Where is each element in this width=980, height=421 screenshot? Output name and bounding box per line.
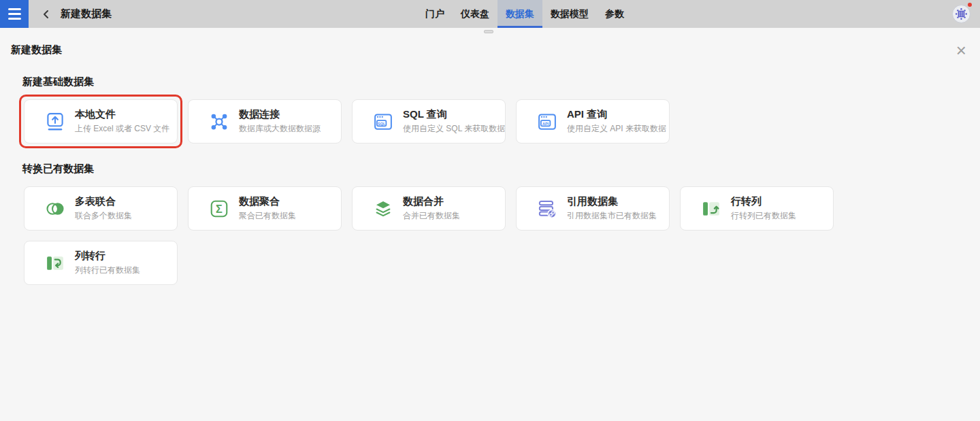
hamburger-menu-button[interactable]	[0, 0, 29, 28]
card-subtitle: 使用自定义 API 来获取数据	[567, 123, 666, 135]
card-local-file[interactable]: 本地文件 上传 Excel 或者 CSV 文件	[24, 99, 178, 144]
card-sql-query[interactable]: SQL SQL 查询 使用自定义 SQL 来获取数据	[352, 99, 506, 144]
card-subtitle: 联合多个数据集	[75, 210, 132, 222]
card-title: 本地文件	[75, 108, 169, 121]
account-avatar[interactable]	[952, 5, 970, 23]
card-title: 数据合并	[403, 195, 460, 208]
card-columns-to-rows[interactable]: 列转行 列转行已有数据集	[24, 241, 178, 285]
card-subtitle: 引用数据集市已有数据集	[567, 210, 657, 222]
card-title: 行转列	[731, 195, 796, 208]
card-subtitle: 聚合已有数据集	[239, 210, 296, 222]
card-title: 数据连接	[239, 108, 321, 121]
top-bar: 新建数据集 门户 仪表盘 数据集 数据模型 参数	[0, 0, 980, 28]
hamburger-icon	[8, 8, 21, 10]
back-button[interactable]	[36, 0, 56, 28]
svg-text:Σ: Σ	[216, 202, 223, 214]
sql-window-icon: SQL	[372, 111, 394, 133]
card-data-connection[interactable]: 数据连接 数据库或大数据数据源	[188, 99, 342, 144]
drag-handle[interactable]	[484, 30, 493, 33]
card-rows-to-columns[interactable]: 行转列 行转列已有数据集	[680, 186, 834, 231]
card-subtitle: 行转列已有数据集	[731, 210, 796, 222]
nav-item-portal[interactable]: 门户	[417, 0, 453, 28]
card-title: 引用数据集	[567, 195, 657, 208]
main-nav: 门户 仪表盘 数据集 数据模型 参数	[417, 0, 632, 28]
new-dataset-dialog: 新建数据集 × 新建基础数据集 本地文件 上传 Excel 或者 CSV 文件	[0, 28, 980, 285]
transform-dataset-cards: 多表联合 联合多个数据集 Σ 数据聚合 聚合已有数据集	[24, 186, 957, 285]
card-subtitle: 合并已有数据集	[403, 210, 460, 222]
sigma-aggregate-icon: Σ	[208, 198, 230, 220]
card-subtitle: 数据库或大数据数据源	[239, 123, 321, 135]
svg-text:API: API	[542, 121, 549, 125]
notification-dot	[968, 3, 972, 7]
layers-union-icon	[372, 198, 394, 220]
section-title-transform-existing: 转换已有数据集	[22, 163, 980, 175]
brand-logo-icon	[952, 5, 970, 23]
nav-item-data-models[interactable]: 数据模型	[542, 0, 597, 28]
card-data-aggregation[interactable]: Σ 数据聚合 聚合已有数据集	[188, 186, 342, 231]
card-api-query[interactable]: API API 查询 使用自定义 API 来获取数据	[516, 99, 670, 144]
close-icon[interactable]: ×	[956, 44, 966, 56]
card-subtitle: 使用自定义 SQL 来获取数据	[403, 123, 505, 135]
card-subtitle: 上传 Excel 或者 CSV 文件	[75, 123, 169, 135]
card-reference-dataset[interactable]: 引用数据集 引用数据集市已有数据集	[516, 186, 670, 231]
dialog-title: 新建数据集	[11, 44, 62, 56]
highlight-box: 本地文件 上传 Excel 或者 CSV 文件	[19, 95, 182, 148]
card-title: 列转行	[75, 250, 140, 263]
upload-icon	[44, 111, 66, 133]
card-subtitle: 列转行已有数据集	[75, 265, 140, 276]
venn-join-icon	[44, 198, 66, 220]
card-title: 多表联合	[75, 195, 132, 208]
section-title-new-basic: 新建基础数据集	[22, 75, 980, 88]
chevron-left-icon	[42, 10, 51, 19]
nav-item-parameters[interactable]: 参数	[597, 0, 632, 28]
network-nodes-icon	[208, 111, 230, 133]
card-multi-table-union[interactable]: 多表联合 联合多个数据集	[24, 186, 178, 231]
rows-to-columns-icon	[700, 198, 722, 220]
page-title: 新建数据集	[61, 7, 112, 20]
nav-item-datasets[interactable]: 数据集	[497, 0, 542, 28]
nav-item-dashboards[interactable]: 仪表盘	[453, 0, 497, 28]
columns-to-rows-icon	[44, 252, 66, 274]
card-title: API 查询	[567, 108, 666, 121]
card-title: 数据聚合	[239, 195, 296, 208]
card-data-merge[interactable]: 数据合并 合并已有数据集	[352, 186, 506, 231]
api-window-icon: API	[536, 111, 558, 133]
basic-dataset-cards: 本地文件 上传 Excel 或者 CSV 文件	[24, 99, 957, 144]
database-link-icon	[536, 198, 558, 220]
card-title: SQL 查询	[403, 108, 505, 121]
svg-text:SQL: SQL	[378, 121, 386, 125]
